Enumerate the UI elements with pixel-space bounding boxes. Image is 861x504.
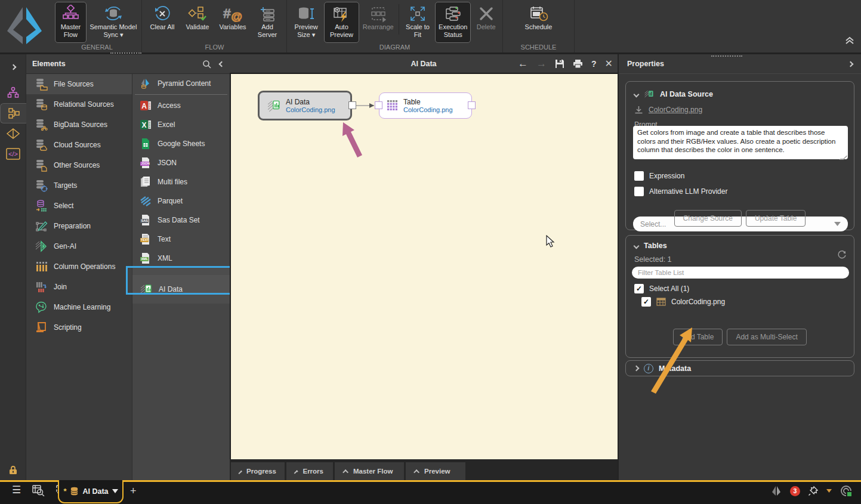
flyout-item-json[interactable]: JSON JSON xyxy=(132,153,230,172)
flyout-item-parquet[interactable]: Parquet xyxy=(132,191,230,211)
variables-button[interactable]: # @ Variables xyxy=(215,2,250,43)
master-flow-button[interactable]: Master Flow xyxy=(55,2,87,43)
connection-status-icon[interactable] xyxy=(840,484,853,497)
rail-model-icon[interactable] xyxy=(0,123,26,144)
schedule-button[interactable]: Schedule xyxy=(520,2,558,43)
rearrange-button[interactable]: Rearrange xyxy=(360,2,396,43)
flyout-item-pyramid-content[interactable]: Pyramid Content xyxy=(132,74,230,93)
flyout-item-xml[interactable]: XML XML xyxy=(132,249,230,268)
ribbon-button-label: Preview Size ▾ xyxy=(291,23,321,39)
flyout-item-excel[interactable]: X Excel xyxy=(132,115,230,134)
pyramid-logo[interactable] xyxy=(5,4,44,48)
category-preparation[interactable]: Preparation xyxy=(26,216,132,236)
category-label: File Sources xyxy=(54,80,94,88)
pin-icon[interactable] xyxy=(808,486,819,496)
category-relational-sources[interactable]: Relational Sources xyxy=(26,94,132,115)
category-gen-ai[interactable]: Gen-AI xyxy=(26,236,132,256)
clear-all-button[interactable]: Clear All xyxy=(145,2,180,43)
filter-table-input[interactable] xyxy=(632,267,849,279)
collapse-section-icon[interactable] xyxy=(634,243,640,249)
execution-status-button[interactable]: Execution Status xyxy=(435,2,471,43)
auto-preview-button[interactable]: Auto Preview xyxy=(324,2,359,43)
category-join[interactable]: Join xyxy=(26,277,132,297)
output-port[interactable] xyxy=(348,101,356,109)
change-source-button[interactable]: Change Source xyxy=(674,210,742,227)
collapse-ribbon-icon[interactable] xyxy=(844,36,855,45)
table-row-checkbox[interactable] xyxy=(641,297,651,307)
add-server-button[interactable]: Add Server xyxy=(251,2,283,43)
caret-up-icon xyxy=(238,470,242,474)
add-table-button[interactable]: Add Table xyxy=(673,329,723,345)
forward-icon[interactable]: → xyxy=(536,58,547,70)
dock-tab-progress[interactable]: Progress xyxy=(231,462,285,480)
flyout-item-ai-data[interactable]: AI Data xyxy=(132,275,230,304)
collapse-section-icon[interactable] xyxy=(634,91,640,97)
download-icon[interactable] xyxy=(634,106,643,115)
dock-tab-errors[interactable]: Errors xyxy=(286,462,333,480)
alt-llm-checkbox[interactable] xyxy=(634,187,644,196)
input-port[interactable] xyxy=(375,101,382,109)
validate-button[interactable]: Validate xyxy=(181,2,214,43)
search-icon[interactable] xyxy=(202,60,211,69)
notification-badge[interactable]: 3 xyxy=(790,486,800,496)
menu-icon[interactable]: ☰ xyxy=(12,484,21,496)
close-icon[interactable]: ✕ xyxy=(605,58,613,69)
flyout-item-access[interactable]: A Access xyxy=(132,96,230,115)
rail-code-icon[interactable]: </> xyxy=(0,144,26,164)
category-column-operations[interactable]: Column Operations xyxy=(26,256,132,277)
prompt-textarea[interactable]: Get colors from image and create a table… xyxy=(633,126,848,159)
dock-tab-preview[interactable]: Preview xyxy=(406,462,465,480)
metadata-section[interactable]: i Metadata xyxy=(625,360,854,376)
source-file-link[interactable]: ColorCoding.png xyxy=(649,106,702,114)
refresh-icon[interactable] xyxy=(837,250,847,259)
table-row-label[interactable]: ColorCoding.png xyxy=(671,298,725,306)
help-icon[interactable]: ? xyxy=(591,59,597,69)
tab-dropdown-icon[interactable] xyxy=(112,489,118,493)
save-icon[interactable] xyxy=(555,59,564,69)
output-port[interactable] xyxy=(468,101,476,109)
delete-button[interactable]: Delete xyxy=(472,2,500,43)
flyout-item-text[interactable]: TEXT Text xyxy=(132,230,230,249)
expand-rail-icon[interactable] xyxy=(0,57,26,77)
dock-tab-label: Preview xyxy=(424,468,450,475)
category-machine-learning[interactable]: Machine Learning xyxy=(26,297,132,317)
category-other-sources[interactable]: Other Sources xyxy=(26,155,132,175)
semantic-model-sync-button[interactable]: Semantic Model Sync ▾ xyxy=(88,2,139,43)
expression-checkbox[interactable] xyxy=(634,171,644,181)
lock-icon[interactable] xyxy=(0,465,26,475)
back-icon[interactable]: ← xyxy=(518,58,528,70)
flyout-item-multi-files[interactable]: Multi files xyxy=(132,172,230,191)
collapse-elements-icon[interactable] xyxy=(219,61,225,67)
category-cloud-sources[interactable]: Cloud Sources xyxy=(26,135,132,155)
expand-section-icon[interactable] xyxy=(634,366,640,372)
scale-to-fit-button[interactable]: Scale to Fit xyxy=(402,2,434,43)
category-bigdata-sources[interactable]: BigData Sources xyxy=(26,115,132,135)
properties-title: Properties xyxy=(627,60,848,68)
flow-canvas[interactable]: AI Data ColorCoding.png Table ColorCodin… xyxy=(230,74,618,459)
collapse-properties-icon[interactable] xyxy=(848,61,854,67)
rail-elements-icon[interactable] xyxy=(0,103,27,123)
select-all-checkbox[interactable] xyxy=(634,284,644,293)
update-table-button[interactable]: Update Table xyxy=(746,210,806,227)
ribbon-group-general: Master Flow Semantic Model Sync ▾ GENERA… xyxy=(53,0,142,52)
rail-master-flow-icon[interactable] xyxy=(0,83,26,103)
category-scripting[interactable]: Scripting xyxy=(26,317,132,338)
category-targets[interactable]: Targets xyxy=(26,175,132,196)
preview-size-button[interactable]: Preview Size ▾ xyxy=(289,2,323,43)
pin-dropdown-icon[interactable] xyxy=(826,489,832,493)
content-preview-icon[interactable] xyxy=(32,484,45,496)
ribbon-button-label: Clear All xyxy=(150,23,175,31)
category-select[interactable]: Select xyxy=(26,196,132,216)
flyout-item-sas-data-set[interactable]: SAS Sas Data Set xyxy=(132,211,230,230)
node-table[interactable]: Table ColorCoding.png xyxy=(379,92,472,119)
dock-tab-master-flow[interactable]: Master Flow xyxy=(335,462,404,480)
category-file-sources[interactable]: File Sources xyxy=(26,74,132,94)
active-flow-tab[interactable]: * AI Data xyxy=(58,480,124,503)
add-tab-button[interactable]: + xyxy=(130,485,137,497)
panel-drag-handle[interactable] xyxy=(711,55,742,57)
print-icon[interactable] xyxy=(573,59,583,69)
panel-drag-handle[interactable] xyxy=(110,52,141,54)
flyout-item-google-sheets[interactable]: Google Sheets xyxy=(132,134,230,153)
node-ai-data[interactable]: AI Data ColorCoding.png xyxy=(258,91,352,120)
add-multi-select-button[interactable]: Add as Multi-Select xyxy=(727,329,806,345)
